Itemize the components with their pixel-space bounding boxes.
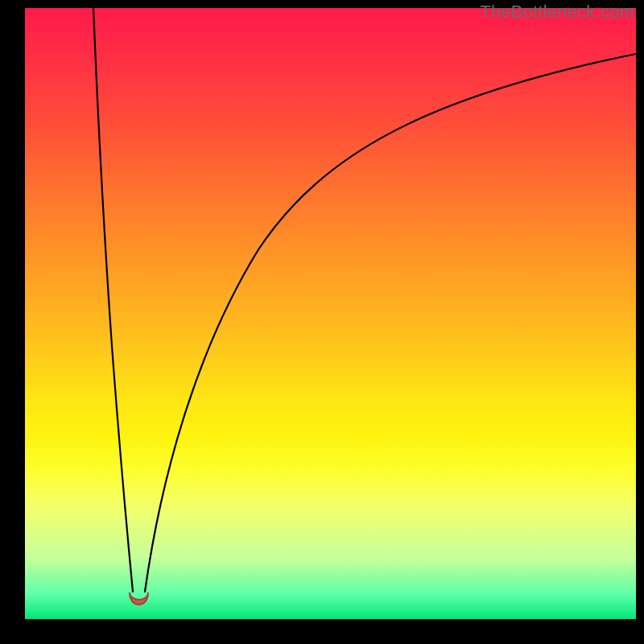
plot-svg (25, 8, 636, 619)
watermark-text: TheBottleneck.com (480, 2, 634, 23)
curve-right-branch (145, 54, 636, 592)
curve-left-branch (93, 8, 133, 592)
plot-area (25, 8, 636, 619)
bump-marker (130, 592, 148, 605)
chart-frame: TheBottleneck.com (0, 0, 644, 644)
